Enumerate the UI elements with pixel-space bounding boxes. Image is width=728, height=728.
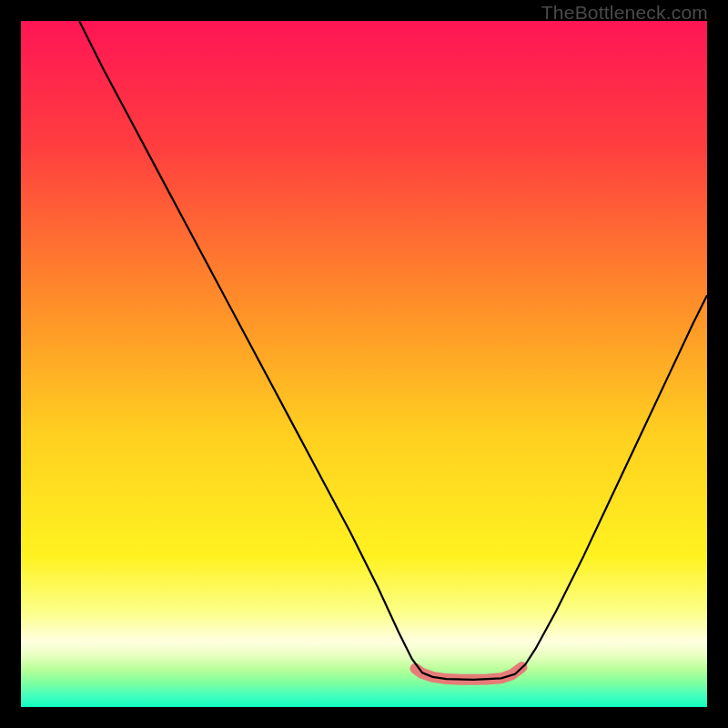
plot-area — [21, 21, 707, 707]
chart-lines — [21, 21, 707, 707]
chart-frame: TheBottleneck.com — [0, 0, 728, 728]
watermark-text: TheBottleneck.com — [541, 2, 708, 24]
bottleneck-curve-line — [79, 21, 707, 680]
